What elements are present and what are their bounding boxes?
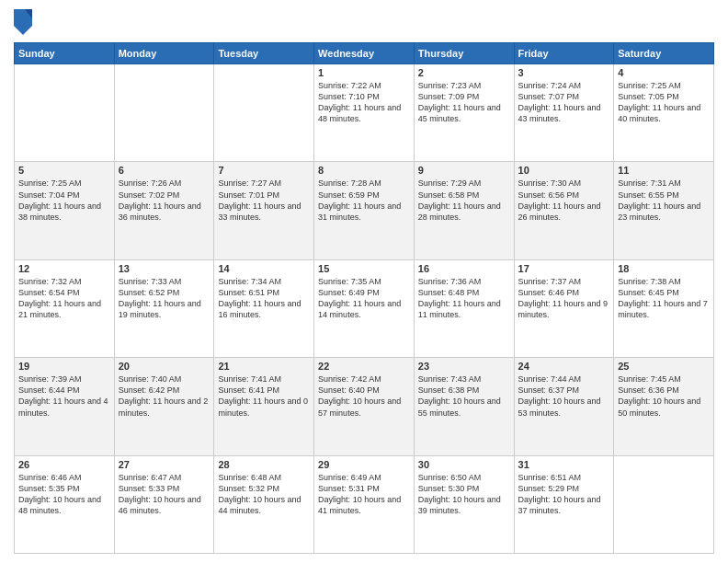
day-number: 28 [218,459,310,470]
calendar-cell: 21Sunrise: 7:41 AM Sunset: 6:41 PM Dayli… [214,358,314,455]
day-number: 10 [518,165,610,176]
calendar-cell: 9Sunrise: 7:29 AM Sunset: 6:58 PM Daylig… [414,162,514,259]
day-number: 9 [418,165,510,176]
day-info: Sunrise: 7:38 AM Sunset: 6:45 PM Dayligh… [618,276,710,321]
day-number: 4 [618,67,710,78]
calendar-cell: 18Sunrise: 7:38 AM Sunset: 6:45 PM Dayli… [614,259,714,357]
day-info: Sunrise: 7:45 AM Sunset: 6:36 PM Dayligh… [618,373,710,419]
calendar-cell: 23Sunrise: 7:43 AM Sunset: 6:38 PM Dayli… [414,358,514,455]
calendar-cell: 17Sunrise: 7:37 AM Sunset: 6:46 PM Dayli… [514,259,614,357]
calendar-cell: 30Sunrise: 6:50 AM Sunset: 5:30 PM Dayli… [414,455,514,553]
calendar-cell: 16Sunrise: 7:36 AM Sunset: 6:48 PM Dayli… [414,259,514,357]
day-number: 31 [518,459,610,470]
day-number: 25 [618,361,710,372]
header [14,9,714,35]
calendar-cell: 22Sunrise: 7:42 AM Sunset: 6:40 PM Dayli… [314,358,415,455]
day-of-week-header: Monday [114,43,214,64]
day-number: 12 [18,263,110,274]
day-info: Sunrise: 7:40 AM Sunset: 6:42 PM Dayligh… [119,373,210,419]
day-info: Sunrise: 7:26 AM Sunset: 7:02 PM Dayligh… [119,178,210,223]
calendar-cell: 29Sunrise: 6:49 AM Sunset: 5:31 PM Dayli… [314,455,415,553]
day-number: 6 [119,165,210,176]
day-number: 2 [418,67,510,78]
day-info: Sunrise: 7:23 AM Sunset: 7:09 PM Dayligh… [418,80,510,125]
calendar-cell: 5Sunrise: 7:25 AM Sunset: 7:04 PM Daylig… [15,162,115,259]
day-info: Sunrise: 7:29 AM Sunset: 6:58 PM Dayligh… [418,178,510,223]
day-number: 1 [318,67,410,78]
day-info: Sunrise: 6:51 AM Sunset: 5:29 PM Dayligh… [518,472,610,517]
calendar-cell [114,64,214,162]
day-info: Sunrise: 7:44 AM Sunset: 6:37 PM Dayligh… [518,373,610,419]
calendar-cell: 26Sunrise: 6:46 AM Sunset: 5:35 PM Dayli… [15,455,115,553]
day-info: Sunrise: 7:31 AM Sunset: 6:55 PM Dayligh… [618,178,710,223]
day-of-week-header: Wednesday [314,43,415,64]
calendar-cell: 13Sunrise: 7:33 AM Sunset: 6:52 PM Dayli… [114,259,214,357]
logo [14,9,36,35]
calendar-cell: 28Sunrise: 6:48 AM Sunset: 5:32 PM Dayli… [214,455,314,553]
day-number: 26 [18,459,110,470]
calendar-cell: 11Sunrise: 7:31 AM Sunset: 6:55 PM Dayli… [614,162,714,259]
calendar-cell [214,64,314,162]
calendar-cell: 24Sunrise: 7:44 AM Sunset: 6:37 PM Dayli… [514,358,614,455]
calendar-cell: 1Sunrise: 7:22 AM Sunset: 7:10 PM Daylig… [314,64,415,162]
day-of-week-header: Tuesday [214,43,314,64]
page: SundayMondayTuesdayWednesdayThursdayFrid… [0,0,728,563]
calendar-cell: 10Sunrise: 7:30 AM Sunset: 6:56 PM Dayli… [514,162,614,259]
day-number: 21 [218,361,310,372]
day-info: Sunrise: 7:27 AM Sunset: 7:01 PM Dayligh… [218,178,310,223]
calendar-cell: 15Sunrise: 7:35 AM Sunset: 6:49 PM Dayli… [314,259,415,357]
day-number: 19 [18,361,110,372]
calendar-week-row: 1Sunrise: 7:22 AM Sunset: 7:10 PM Daylig… [15,64,714,162]
day-number: 30 [418,459,510,470]
day-info: Sunrise: 6:48 AM Sunset: 5:32 PM Dayligh… [218,472,310,517]
calendar-cell: 31Sunrise: 6:51 AM Sunset: 5:29 PM Dayli… [514,455,614,553]
calendar-cell: 8Sunrise: 7:28 AM Sunset: 6:59 PM Daylig… [314,162,415,259]
day-info: Sunrise: 7:43 AM Sunset: 6:38 PM Dayligh… [418,373,510,419]
day-info: Sunrise: 7:22 AM Sunset: 7:10 PM Dayligh… [318,80,410,125]
day-info: Sunrise: 7:35 AM Sunset: 6:49 PM Dayligh… [318,276,410,321]
day-info: Sunrise: 7:28 AM Sunset: 6:59 PM Dayligh… [318,178,410,223]
day-info: Sunrise: 7:34 AM Sunset: 6:51 PM Dayligh… [218,276,310,321]
day-info: Sunrise: 7:25 AM Sunset: 7:05 PM Dayligh… [618,80,710,125]
day-info: Sunrise: 7:42 AM Sunset: 6:40 PM Dayligh… [318,373,410,419]
calendar-week-row: 19Sunrise: 7:39 AM Sunset: 6:44 PM Dayli… [15,358,714,455]
day-of-week-header: Sunday [15,43,115,64]
day-info: Sunrise: 7:32 AM Sunset: 6:54 PM Dayligh… [18,276,110,321]
calendar-cell: 3Sunrise: 7:24 AM Sunset: 7:07 PM Daylig… [514,64,614,162]
day-number: 13 [119,263,210,274]
calendar-week-row: 12Sunrise: 7:32 AM Sunset: 6:54 PM Dayli… [15,259,714,357]
day-number: 24 [518,361,610,372]
day-number: 22 [318,361,410,372]
day-number: 29 [318,459,410,470]
day-of-week-header: Friday [514,43,614,64]
calendar-cell: 2Sunrise: 7:23 AM Sunset: 7:09 PM Daylig… [414,64,514,162]
calendar-cell: 27Sunrise: 6:47 AM Sunset: 5:33 PM Dayli… [114,455,214,553]
day-info: Sunrise: 7:24 AM Sunset: 7:07 PM Dayligh… [518,80,610,125]
day-info: Sunrise: 6:47 AM Sunset: 5:33 PM Dayligh… [119,472,210,517]
day-info: Sunrise: 7:33 AM Sunset: 6:52 PM Dayligh… [119,276,210,321]
day-number: 15 [318,263,410,274]
day-info: Sunrise: 6:46 AM Sunset: 5:35 PM Dayligh… [18,472,110,517]
day-info: Sunrise: 7:37 AM Sunset: 6:46 PM Dayligh… [518,276,610,321]
day-of-week-header: Thursday [414,43,514,64]
day-number: 8 [318,165,410,176]
day-info: Sunrise: 7:39 AM Sunset: 6:44 PM Dayligh… [18,373,110,419]
day-number: 17 [518,263,610,274]
day-number: 20 [119,361,210,372]
calendar-cell: 14Sunrise: 7:34 AM Sunset: 6:51 PM Dayli… [214,259,314,357]
day-number: 16 [418,263,510,274]
logo-icon [14,9,32,35]
day-number: 7 [218,165,310,176]
day-info: Sunrise: 7:25 AM Sunset: 7:04 PM Dayligh… [18,178,110,223]
calendar-table: SundayMondayTuesdayWednesdayThursdayFrid… [14,42,714,554]
calendar-cell: 7Sunrise: 7:27 AM Sunset: 7:01 PM Daylig… [214,162,314,259]
day-number: 18 [618,263,710,274]
day-info: Sunrise: 7:41 AM Sunset: 6:41 PM Dayligh… [218,373,310,419]
day-of-week-header: Saturday [614,43,714,64]
calendar-week-row: 26Sunrise: 6:46 AM Sunset: 5:35 PM Dayli… [15,455,714,553]
day-info: Sunrise: 7:36 AM Sunset: 6:48 PM Dayligh… [418,276,510,321]
calendar-cell [614,455,714,553]
calendar-cell: 25Sunrise: 7:45 AM Sunset: 6:36 PM Dayli… [614,358,714,455]
day-number: 3 [518,67,610,78]
day-info: Sunrise: 6:50 AM Sunset: 5:30 PM Dayligh… [418,472,510,517]
